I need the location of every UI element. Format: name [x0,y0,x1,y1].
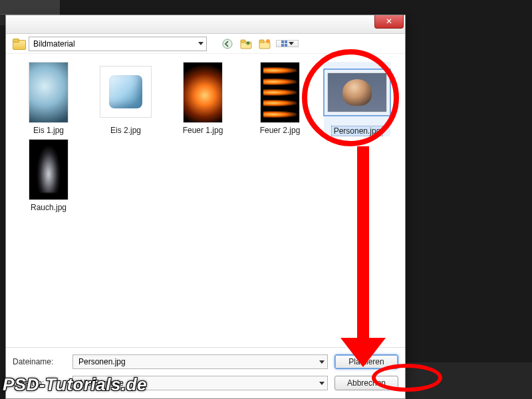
back-icon [222,39,233,49]
svg-rect-4 [259,40,264,43]
close-icon: ✕ [386,17,392,26]
new-folder-button[interactable] [257,37,272,51]
file-name: Feuer 1.jpg [183,126,223,135]
filename-value: Personen.jpg [78,357,126,366]
dialog-titlebar: ✕ [6,15,405,34]
new-folder-icon [259,39,271,49]
file-thumbnail [183,62,223,123]
up-one-level-button[interactable] [239,37,253,51]
cancel-button-label: Abbrechen [347,378,386,388]
file-list[interactable]: Eis 1.jpgEis 2.jpgFeuer 1.jpgFeuer 2.jpg… [6,54,405,347]
back-button[interactable] [220,37,235,51]
close-button[interactable]: ✕ [374,15,404,29]
file-item[interactable]: Eis 1.jpg [15,62,82,136]
app-background-right [406,362,532,399]
file-thumbnail [29,139,68,200]
file-name: Eis 2.jpg [110,126,141,135]
chevron-down-icon [319,360,325,364]
file-item[interactable]: Eis 2.jpg [92,62,159,136]
file-item[interactable]: Personen.jpg [324,62,390,136]
watermark: PSD-Tutorials.de [3,374,147,395]
view-grid-icon [281,41,287,47]
file-item[interactable]: Feuer 1.jpg [170,62,236,136]
place-button-label: Platzieren [348,357,384,366]
place-button[interactable]: Platzieren [334,354,398,369]
file-item[interactable]: Rauch.jpg [15,139,82,212]
chevron-down-icon [319,382,325,385]
file-thumbnail [29,62,68,123]
svg-point-5 [266,39,270,43]
location-dropdown[interactable]: Bildmaterial [29,37,207,51]
file-name: Eis 1.jpg [33,126,64,135]
location-dropdown-label: Bildmaterial [33,39,75,49]
folder-up-icon [240,39,252,49]
svg-point-0 [223,39,232,49]
filename-combo[interactable]: Personen.jpg [72,354,328,369]
file-name: Rauch.jpg [31,203,66,212]
file-thumbnail [260,62,300,123]
chevron-down-icon [289,42,294,45]
file-name: Feuer 2.jpg [260,126,301,135]
file-open-dialog: ✕ Bildmaterial Eis 1.jpgEis 2.jpgFeuer 1… [5,15,406,399]
view-mode-button[interactable] [276,40,299,47]
filename-label: Dateiname: [13,357,66,366]
cancel-button[interactable]: Abbrechen [334,376,398,390]
app-background-top [0,0,60,15]
file-name: Personen.jpg [331,126,384,136]
file-item[interactable]: Feuer 2.jpg [247,62,313,136]
dialog-toolbar: Bildmaterial [6,34,405,54]
file-thumbnail [327,72,387,112]
chevron-down-icon [198,42,203,45]
folder-icon [13,39,25,49]
svg-rect-2 [241,40,245,43]
file-thumbnail [100,66,152,118]
